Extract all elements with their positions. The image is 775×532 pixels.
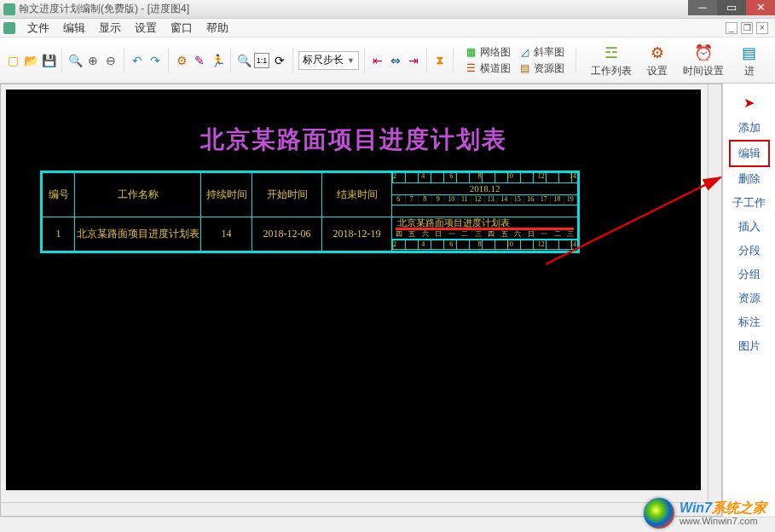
worklist-label: 工作列表 <box>591 64 632 78</box>
calendar-top-ruler: 2468101214 <box>392 173 577 183</box>
align-center-icon[interactable]: ⇔ <box>388 53 403 68</box>
align-right-icon[interactable]: ⇥ <box>406 53 421 68</box>
project-table: 编号 工作名称 持续时间 开始时间 结束时间 2468101214 2018.1… <box>40 171 580 253</box>
right-panel-item-2[interactable]: 删除 <box>729 167 770 191</box>
network-view-label: 网络图 <box>480 45 511 60</box>
tool1-icon[interactable]: ⚙ <box>174 53 189 68</box>
gear-icon: ⚙ <box>647 43 668 63</box>
right-panel-item-5[interactable]: 分段 <box>729 239 770 263</box>
tool3-icon[interactable]: 🏃 <box>210 53 225 68</box>
gantt-view-button[interactable]: ☰ 横道图 <box>466 61 511 76</box>
app-icon <box>3 3 15 15</box>
gantt-bar[interactable] <box>396 228 574 230</box>
slope-view-label: 斜率图 <box>534 45 564 60</box>
right-panel-item-4[interactable]: 插入 <box>729 215 770 239</box>
tool2-icon[interactable]: ✎ <box>192 53 207 68</box>
cursor-icon[interactable]: ➤ <box>732 92 766 113</box>
canvas-viewport: 北京某路面项目进度计划表 编号 工作名称 持续时间 开始时间 结束时间 2468… <box>0 84 722 517</box>
mdi-minimize-button[interactable]: _ <box>726 22 737 34</box>
redo-icon[interactable]: ↷ <box>147 53 163 68</box>
mdi-restore-button[interactable]: ❐ <box>741 22 753 34</box>
cell-start: 2018-12-06 <box>252 217 322 252</box>
calendar-month: 2018.12 <box>392 183 577 195</box>
right-panel-item-8[interactable]: 标注 <box>729 310 770 334</box>
table-row[interactable]: 1 北京某路面项目进度计划表 14 2018-12-06 2018-12-19 … <box>43 217 578 252</box>
resource-view-button[interactable]: ▤ 资源图 <box>519 61 564 76</box>
gantt-bar-row: 北京某路面项目进度计划表 <box>392 217 577 229</box>
align-left-icon[interactable]: ⇤ <box>370 53 385 68</box>
clock-icon: ⏰ <box>693 43 714 63</box>
resource-view-label: 资源图 <box>534 61 564 76</box>
menu-settings[interactable]: 设置 <box>128 19 164 38</box>
network-view-button[interactable]: ▦ 网络图 <box>466 45 511 60</box>
watermark: Win7系统之家 www.Winwin7.com <box>644 498 766 529</box>
time-settings-label: 时间设置 <box>683 64 724 78</box>
gantt-icon: ☰ <box>466 62 477 74</box>
open-icon[interactable]: 📂 <box>23 53 38 68</box>
right-panel-item-1[interactable]: 编辑 <box>729 140 770 167</box>
window-title: 翰文进度计划编制(免费版) - [进度图4] <box>19 2 189 16</box>
menubar: 文件 编辑 显示 设置 窗口 帮助 _ ❐ × <box>0 19 775 38</box>
network-icon: ▦ <box>466 46 477 58</box>
menu-edit[interactable]: 编辑 <box>56 19 92 38</box>
ruler-step-select[interactable]: 标尺步长 ▼ <box>298 51 359 70</box>
worklist-icon: ☲ <box>601 43 622 63</box>
menu-window[interactable]: 窗口 <box>164 19 200 38</box>
vertical-scrollbar[interactable] <box>708 84 721 502</box>
progress-icon: ▤ <box>739 43 760 63</box>
time-settings-button[interactable]: ⏰ 时间设置 <box>680 41 727 80</box>
app-icon-small <box>3 22 15 34</box>
settings-label: 设置 <box>647 64 668 78</box>
col-start-header: 开始时间 <box>252 173 322 217</box>
watermark-brand-b: 系统之家 <box>712 500 766 515</box>
menu-help[interactable]: 帮助 <box>200 19 235 38</box>
calendar-bottom-ruler: 2468101214 <box>392 240 577 250</box>
col-id-header: 编号 <box>43 173 75 217</box>
window-minimize-button[interactable]: ─ <box>688 0 717 15</box>
col-duration-header: 持续时间 <box>201 173 252 217</box>
undo-icon[interactable]: ↶ <box>130 53 145 68</box>
calendar-weekdays: 四五六日一二三四五六日一二三 <box>392 229 577 240</box>
watermark-url: www.Winwin7.com <box>680 516 766 526</box>
right-panel-item-9[interactable]: 图片 <box>729 334 770 358</box>
ruler-step-label: 标尺步长 <box>303 53 344 67</box>
table-header-row: 编号 工作名称 持续时间 开始时间 结束时间 2468101214 2018.1… <box>43 173 578 217</box>
progress-label: 进 <box>744 64 755 78</box>
right-panel-item-0[interactable]: 添加 <box>729 116 770 140</box>
sort-icon[interactable]: ⧗ <box>432 53 448 68</box>
right-panel-item-7[interactable]: 资源 <box>729 286 770 310</box>
slope-icon: ◿ <box>519 46 531 58</box>
gantt-view-label: 横道图 <box>480 61 511 76</box>
window-controls: ─ ▭ ✕ <box>688 0 775 15</box>
settings-button[interactable]: ⚙ 设置 <box>644 41 671 80</box>
save-icon[interactable]: 💾 <box>41 53 56 68</box>
window-maximize-button[interactable]: ▭ <box>717 0 746 15</box>
drawing-canvas[interactable]: 北京某路面项目进度计划表 编号 工作名称 持续时间 开始时间 结束时间 2468… <box>6 90 701 490</box>
progress-button[interactable]: ▤ 进 <box>736 41 763 80</box>
zoom-11-icon[interactable]: 1:1 <box>254 53 269 68</box>
right-panel: ➤ 添加编辑删除子工作插入分段分组资源标注图片 <box>722 84 775 517</box>
menu-file[interactable]: 文件 <box>20 19 56 38</box>
right-panel-item-6[interactable]: 分组 <box>729 263 770 286</box>
chart-title: 北京某路面项目进度计划表 <box>6 124 701 156</box>
cell-id: 1 <box>43 217 75 252</box>
menu-view[interactable]: 显示 <box>92 19 128 38</box>
right-panel-item-3[interactable]: 子工作 <box>729 191 770 215</box>
slope-view-button[interactable]: ◿ 斜率图 <box>519 45 564 60</box>
zoom-fit-icon[interactable]: 🔍 <box>236 53 252 68</box>
chevron-down-icon: ▼ <box>347 56 355 65</box>
zoom-out-icon[interactable]: ⊖ <box>103 53 119 68</box>
worklist-button[interactable]: ☲ 工作列表 <box>587 41 635 80</box>
mdi-close-button[interactable]: × <box>756 22 768 34</box>
window-close-button[interactable]: ✕ <box>746 0 775 15</box>
zoom-in-icon[interactable]: ⊕ <box>85 53 101 68</box>
zoom-reset-icon[interactable]: ⟳ <box>272 53 287 68</box>
zoom-icon[interactable]: 🔍 <box>67 53 83 68</box>
cell-duration: 14 <box>201 217 252 252</box>
horizontal-scrollbar[interactable] <box>1 502 721 516</box>
watermark-logo-icon <box>644 498 674 529</box>
main-area: 北京某路面项目进度计划表 编号 工作名称 持续时间 开始时间 结束时间 2468… <box>0 84 775 517</box>
cell-end: 2018-12-19 <box>322 217 392 252</box>
cell-name: 北京某路面项目进度计划表 <box>75 217 201 252</box>
new-icon[interactable]: ▢ <box>5 53 20 68</box>
